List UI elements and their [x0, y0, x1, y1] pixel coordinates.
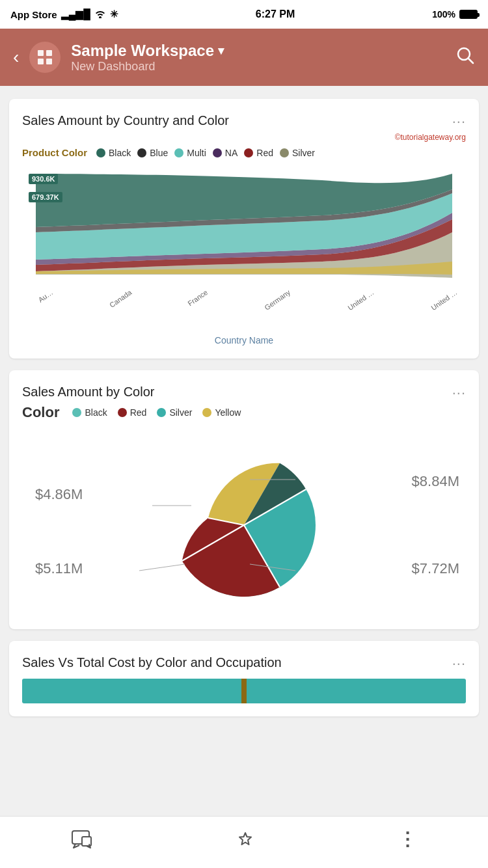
search-button[interactable] — [455, 46, 475, 70]
legend-item-red: Red — [244, 148, 273, 158]
chart2-legend-label: Color — [22, 404, 59, 421]
chart2-pie-svg — [172, 454, 316, 597]
status-bar: App Store ▂▄▆█ ✳ 6:27 PM 100% — [0, 0, 488, 29]
pie-legend-red: Red — [118, 407, 147, 418]
chart1-card: Sales Amount by Country and Color ··· ©t… — [9, 99, 479, 359]
chart1-stream-container: 930.6K 679.37K — [22, 167, 466, 287]
legend-dot-silver — [280, 148, 289, 157]
pie-legend-yellow: Yellow — [202, 407, 241, 418]
svg-rect-2 — [38, 59, 44, 64]
chart1-y-label1: 930.6K — [29, 174, 58, 184]
country-label-germany: Germany — [263, 288, 305, 319]
country-label-au: Au… — [36, 288, 68, 319]
legend-item-blue: Blue — [137, 148, 168, 158]
time-display: 6:27 PM — [256, 8, 295, 20]
workspace-caret-icon[interactable]: ▾ — [218, 44, 224, 58]
chart1-legend-label: Product Color — [22, 147, 87, 158]
comments-button[interactable] — [72, 830, 92, 848]
chart3-title: Sales Vs Total Cost by Color and Occupat… — [22, 655, 452, 670]
bottom-navigation: ⋮ — [0, 816, 488, 868]
chart2-menu-button[interactable]: ··· — [452, 385, 466, 401]
country-label-united2: United … — [429, 288, 466, 319]
pie-dot-yellow — [202, 408, 211, 417]
activity-icon: ✳ — [110, 8, 118, 20]
legend-dot-multi — [174, 148, 183, 157]
legend-dot-na — [213, 148, 222, 157]
chart2-header: Sales Amount by Color ··· — [22, 385, 466, 401]
country-label-france: France — [186, 288, 223, 319]
chart2-legend: Color Black Red Silver Yellow — [22, 404, 466, 421]
chart3-header: Sales Vs Total Cost by Color and Occupat… — [22, 655, 466, 672]
chart1-watermark: ©tutorialgateway.org — [22, 133, 466, 142]
svg-rect-1 — [46, 50, 52, 56]
chart1-header: Sales Amount by Country and Color ··· — [22, 113, 466, 130]
legend-item-multi: Multi — [174, 148, 206, 158]
chart3-bar — [22, 679, 466, 703]
more-options-button[interactable]: ⋮ — [398, 828, 416, 850]
pie-legend-black: Black — [72, 407, 107, 418]
pie-value-bot-right: $7.72M — [412, 560, 459, 577]
chart1-axis-label: Country Name — [22, 335, 466, 346]
svg-rect-0 — [38, 50, 44, 56]
battery-icon — [459, 10, 478, 19]
signal-icon: ▂▄▆█ — [61, 8, 90, 20]
status-right: 100% — [432, 9, 478, 20]
content-area: Sales Amount by Country and Color ··· ©t… — [0, 86, 488, 781]
chart2-card: Sales Amount by Color ··· Color Black Re… — [9, 370, 479, 629]
status-left: App Store ▂▄▆█ ✳ — [10, 8, 118, 20]
chart2-title: Sales Amount by Color — [22, 385, 452, 400]
pie-value-top-right: $8.84M — [412, 473, 459, 490]
pie-dot-black — [72, 408, 81, 417]
svg-rect-3 — [46, 59, 52, 64]
chart1-menu-button[interactable]: ··· — [452, 113, 466, 130]
workspace-icon — [29, 42, 61, 73]
chart1-country-labels: Au… Canada France Germany United … Unite… — [22, 287, 466, 319]
svg-line-5 — [468, 58, 474, 63]
legend-item-silver: Silver — [280, 148, 315, 158]
legend-dot-blue — [137, 148, 146, 157]
pie-value-bot-left: $5.11M — [35, 560, 83, 577]
chart3-bar-marker — [241, 679, 247, 703]
header-titles: Sample Workspace ▾ New Dashboard — [71, 42, 445, 74]
legend-dot-black — [96, 148, 105, 157]
country-label-canada: Canada — [108, 288, 146, 319]
legend-item-na: NA — [213, 148, 237, 158]
app-header: ‹ Sample Workspace ▾ New Dashboard — [0, 29, 488, 86]
legend-dot-red — [244, 148, 253, 157]
chart3-card: Sales Vs Total Cost by Color and Occupat… — [9, 641, 479, 716]
bookmark-button[interactable] — [236, 830, 254, 848]
pie-value-mid-left: $4.86M — [35, 486, 83, 503]
chart1-title: Sales Amount by Country and Color — [22, 113, 452, 128]
wifi-icon — [94, 9, 106, 20]
battery-percent: 100% — [432, 9, 455, 20]
chart1-y-label2: 679.37K — [29, 192, 62, 202]
dashboard-subtitle: New Dashboard — [71, 60, 445, 74]
chart1-svg — [22, 167, 466, 284]
pie-dot-silver — [157, 408, 166, 417]
legend-item-black: Black — [96, 148, 131, 158]
country-label-united1: United … — [346, 288, 388, 319]
chart3-menu-button[interactable]: ··· — [452, 655, 466, 672]
pie-dot-red — [118, 408, 127, 417]
workspace-title: Sample Workspace ▾ — [71, 42, 445, 60]
chart2-pie-container: $4.86M $5.11M $8.84M $7.72M — [22, 434, 466, 616]
pie-legend-silver: Silver — [157, 407, 192, 418]
back-button[interactable]: ‹ — [13, 48, 19, 66]
carrier-label: App Store — [10, 9, 57, 20]
chart1-legend: Product Color Black Blue Multi NA Red — [22, 147, 466, 158]
